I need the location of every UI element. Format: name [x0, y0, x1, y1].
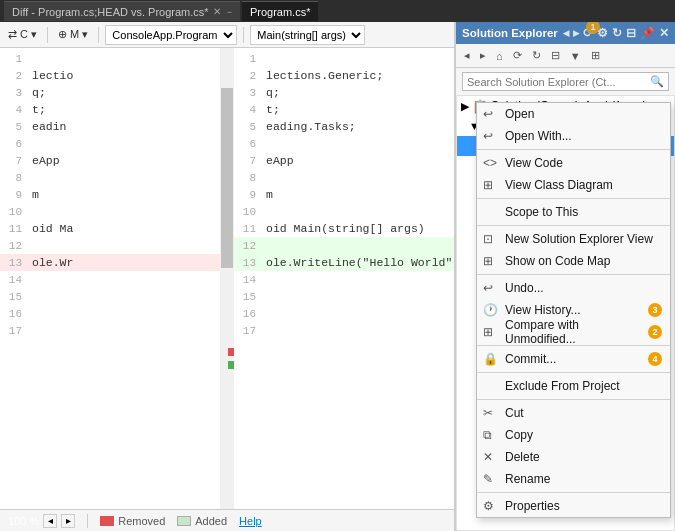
context-menu-item[interactable]: 🔒Commit...4: [477, 348, 670, 370]
context-menu-item[interactable]: Exclude From Project: [477, 375, 670, 397]
code-line: 9m: [0, 186, 220, 203]
ctx-separator: [477, 492, 670, 493]
added-legend: Added: [177, 515, 227, 527]
line-number: 6: [234, 138, 262, 150]
diff-tab-close[interactable]: ✕: [213, 6, 221, 17]
se-close-icon[interactable]: ✕: [659, 26, 669, 40]
line-number: 11: [234, 223, 262, 235]
code-line: 16: [234, 305, 454, 322]
ctx-item-icon: 🕐: [483, 303, 498, 317]
se-tb-sync[interactable]: ⟳: [509, 47, 526, 64]
code-line: 10: [234, 203, 454, 220]
se-tb-grid[interactable]: ⊞: [587, 47, 604, 64]
namespace-select[interactable]: ConsoleApp.Program: [105, 25, 237, 45]
method-select[interactable]: Main(string[] args): [250, 25, 365, 45]
added-color: [177, 516, 191, 526]
context-menu-item[interactable]: ↩Open With...: [477, 125, 670, 147]
right-code-content[interactable]: 12lections.Generic;3q;4t;5eading.Tasks;6…: [234, 48, 454, 509]
se-tb-forward[interactable]: ▸: [476, 47, 490, 64]
bottom-bar: 100 % ◂ ▸ Removed Added Help: [0, 509, 454, 531]
diff-tab[interactable]: Diff - Program.cs;HEAD vs. Program.cs* ✕…: [4, 1, 240, 21]
context-menu-item[interactable]: ✂Cut: [477, 402, 670, 424]
help-label: Help: [239, 515, 262, 527]
context-menu-item[interactable]: ⊞Show on Code Map: [477, 250, 670, 272]
line-code: lections.Generic;: [262, 69, 454, 82]
code-line: 8: [0, 169, 220, 186]
code-line: 11oid Ma: [0, 220, 220, 237]
line-number: 8: [234, 172, 262, 184]
context-menu-item[interactable]: ⚙Properties: [477, 495, 670, 517]
se-forward-icon[interactable]: ▸: [573, 26, 579, 40]
program-tab[interactable]: Program.cs*: [242, 1, 319, 21]
line-code: eading.Tasks;: [262, 120, 454, 133]
help-legend[interactable]: Help: [239, 515, 262, 527]
context-menu-item[interactable]: ↩Undo...: [477, 277, 670, 299]
line-code: t;: [28, 103, 220, 116]
se-collapse-icon[interactable]: ⊟: [626, 26, 636, 40]
ctx-item-icon: ↩: [483, 129, 493, 143]
code-area: ⇄ C ▾ ⊕ M ▾ ConsoleApp.Program Main(stri…: [0, 22, 455, 531]
ctx-separator: [477, 198, 670, 199]
se-tb-back[interactable]: ◂: [460, 47, 474, 64]
context-menu-item[interactable]: ⊡New Solution Explorer View: [477, 228, 670, 250]
se-pin-icon[interactable]: 📌: [640, 26, 655, 40]
zoom-up-button[interactable]: ▸: [61, 514, 75, 528]
ctx-item-label: View Code: [505, 156, 662, 170]
se-tb-home[interactable]: ⌂: [492, 48, 507, 64]
program-tab-label: Program.cs*: [250, 6, 311, 18]
code-line: 17: [0, 322, 220, 339]
se-tb-collapse[interactable]: ⊟: [547, 47, 564, 64]
se-sync-icon[interactable]: ⟳1: [583, 26, 593, 40]
code-line: 15: [234, 288, 454, 305]
zoom-down-button[interactable]: ◂: [43, 514, 57, 528]
line-code: eadin: [28, 120, 220, 133]
c-dropdown-label: ⇄ C ▾: [8, 28, 37, 41]
se-refresh-icon[interactable]: ↻: [612, 26, 622, 40]
ctx-item-label: View History...: [505, 303, 640, 317]
context-menu: ↩Open↩Open With...<>View Code⊞View Class…: [476, 102, 671, 518]
line-code: oid Ma: [28, 222, 220, 235]
ctx-item-icon: ⚙: [483, 499, 494, 513]
se-tb-filter[interactable]: ▼: [566, 48, 585, 64]
context-menu-item[interactable]: Scope to This: [477, 201, 670, 223]
m-dropdown[interactable]: ⊕ M ▾: [54, 26, 92, 43]
ctx-item-label: Scope to This: [505, 205, 662, 219]
ctx-separator: [477, 274, 670, 275]
code-line: 17: [234, 322, 454, 339]
code-line: 11oid Main(string[] args): [234, 220, 454, 237]
ctx-item-icon: ⊞: [483, 178, 493, 192]
context-menu-item[interactable]: ✎Rename: [477, 468, 670, 490]
line-number: 2: [234, 70, 262, 82]
tab-pin-icon[interactable]: −: [227, 7, 232, 17]
se-back-icon[interactable]: ◂: [563, 26, 569, 40]
context-menu-item[interactable]: ✕Delete: [477, 446, 670, 468]
context-menu-item[interactable]: <>View Code: [477, 152, 670, 174]
code-toolbar: ⇄ C ▾ ⊕ M ▾ ConsoleApp.Program Main(stri…: [0, 22, 454, 48]
code-line: 14: [234, 271, 454, 288]
scrollbar-thumb[interactable]: [221, 88, 233, 268]
context-menu-item[interactable]: ⧉Copy: [477, 424, 670, 446]
line-code: t;: [262, 103, 454, 116]
se-search-input[interactable]: [467, 76, 650, 88]
ctx-item-icon: ⊞: [483, 325, 493, 339]
code-line: 16: [0, 305, 220, 322]
line-number: 15: [0, 291, 28, 303]
se-search-box[interactable]: 🔍: [462, 72, 669, 91]
line-number: 10: [234, 206, 262, 218]
context-menu-item[interactable]: ⊞Compare with Unmodified...2: [477, 321, 670, 343]
se-tb-refresh[interactable]: ↻: [528, 47, 545, 64]
code-line: 12: [234, 237, 454, 254]
ctx-item-icon: ↩: [483, 107, 493, 121]
ctx-item-badge: 4: [648, 352, 662, 366]
ctx-item-badge: 3: [648, 303, 662, 317]
c-dropdown[interactable]: ⇄ C ▾: [4, 26, 41, 43]
context-menu-item[interactable]: ⊞View Class Diagram: [477, 174, 670, 196]
line-number: 2: [0, 70, 28, 82]
line-code: ole.WriteLine("Hello World");: [262, 256, 454, 269]
context-menu-item[interactable]: ↩Open: [477, 103, 670, 125]
ctx-item-label: Commit...: [505, 352, 640, 366]
left-code-content[interactable]: 12lectio3q;4t;5eadin67eApp89m1011oid Ma1…: [0, 48, 220, 509]
added-label: Added: [195, 515, 227, 527]
diff-scrollbar[interactable]: [220, 48, 234, 509]
se-gear-icon[interactable]: ⚙: [597, 26, 608, 40]
